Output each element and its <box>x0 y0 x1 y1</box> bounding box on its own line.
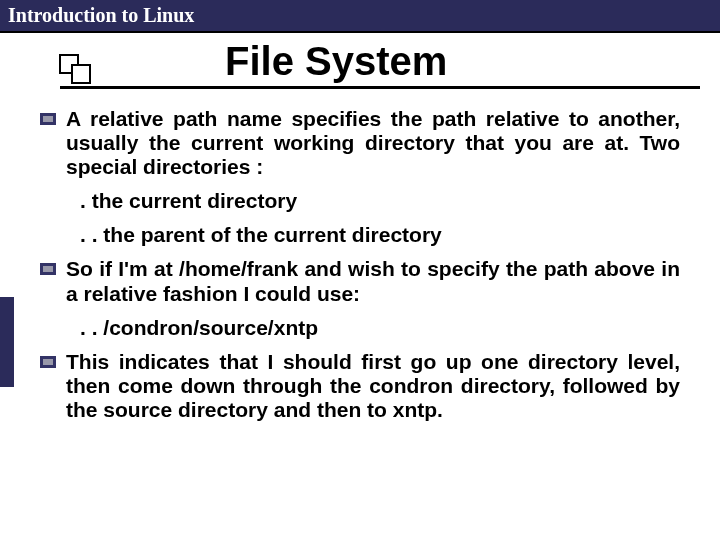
sub-item: . . /condron/source/xntp <box>80 316 680 340</box>
svg-rect-5 <box>43 359 53 365</box>
bullet-text: So if I'm at /home/frank and wish to spe… <box>66 257 680 305</box>
bullet-item: A relative path name specifies the path … <box>40 107 680 179</box>
bullet-item: This indicates that I should first go up… <box>40 350 680 422</box>
svg-rect-3 <box>43 266 53 272</box>
sub-item: . the current directory <box>80 189 680 213</box>
bullet-icon <box>40 356 56 368</box>
slide-content: A relative path name specifies the path … <box>40 107 680 422</box>
bullet-text: A relative path name specifies the path … <box>66 107 680 179</box>
overlapping-squares-icon <box>59 54 95 82</box>
header-bar: Introduction to Linux <box>0 0 720 33</box>
bullet-item: So if I'm at /home/frank and wish to spe… <box>40 257 680 305</box>
svg-rect-1 <box>43 116 53 122</box>
side-accent-band <box>0 297 14 387</box>
title-decoration <box>0 54 95 84</box>
title-underline <box>60 86 700 89</box>
bullet-icon <box>40 263 56 275</box>
header-title: Introduction to Linux <box>8 4 194 26</box>
bullet-icon <box>40 113 56 125</box>
sub-item: . . the parent of the current directory <box>80 223 680 247</box>
bullet-text: This indicates that I should first go up… <box>66 350 680 422</box>
slide-title: File System <box>95 39 447 84</box>
title-row: File System <box>0 39 720 84</box>
